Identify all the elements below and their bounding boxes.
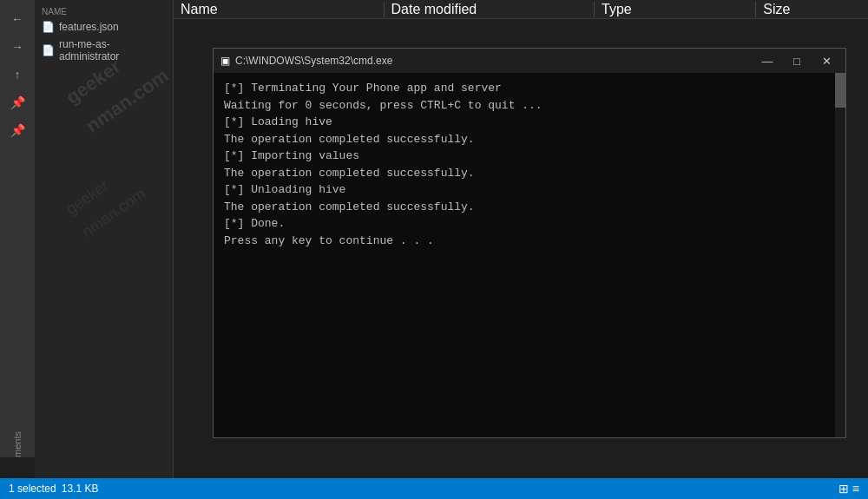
- nav-ments-label: ments: [12, 424, 23, 457]
- col-header-size: Size: [756, 2, 868, 17]
- main-area: ← → ↑ 📌 📌 ments geekernman.com geekernma…: [0, 0, 868, 478]
- filename-features: features.json: [59, 21, 119, 33]
- left-nav: ← → ↑ 📌 📌 ments: [0, 0, 35, 457]
- cmd-line-4: [*] Loading hive: [224, 114, 835, 131]
- cmd-content: [*] Terminating Your Phone app and serve…: [214, 73, 845, 437]
- cmd-line-0: [*] Terminating Your Phone app and serve…: [224, 80, 835, 97]
- cmd-line-2: Waiting for 0 seconds, press CTRL+C to q…: [224, 97, 835, 115]
- inner-layout: geekernman.com geekernman.com Name 📄 fea…: [35, 0, 868, 478]
- status-right: ⊞ ≡: [838, 482, 859, 496]
- status-grid-icon[interactable]: ⊞: [838, 482, 849, 496]
- cmd-line-10: [*] Unloading hive: [224, 181, 835, 199]
- nav-forward-icon[interactable]: →: [5, 35, 30, 59]
- cmd-maximize-button[interactable]: □: [785, 52, 809, 69]
- cmd-titlebar: ▣ C:\WINDOWS\System32\cmd.exe — □ ✕: [214, 49, 845, 73]
- col-header-name: Name: [174, 2, 385, 17]
- left-sidebar: Name 📄 features.json 📄 run-me-as-adminis…: [35, 0, 174, 478]
- status-selected-text: 1 selected: [9, 483, 56, 495]
- col-header-date: Date modified: [385, 2, 595, 17]
- column-headers: Name Date modified Type Size: [174, 0, 868, 19]
- file-icon-features: 📄: [42, 21, 55, 33]
- cmd-line-5: The operation completed successfully.: [224, 131, 835, 148]
- status-list-icon[interactable]: ≡: [852, 482, 859, 496]
- status-size-text: 13.1 KB: [62, 483, 99, 495]
- file-icon-run: 📄: [42, 44, 55, 56]
- nav-back-icon[interactable]: ←: [5, 7, 30, 31]
- nav-up-icon[interactable]: ↑: [5, 62, 30, 87]
- sidebar-item-features[interactable]: 📄 features.json: [35, 18, 173, 36]
- filename-run: run-me-as-administrator: [59, 38, 166, 62]
- cmd-line-13: [*] Done.: [224, 215, 835, 233]
- cmd-window: ▣ C:\WINDOWS\System32\cmd.exe — □ ✕ [*] …: [213, 48, 846, 438]
- cmd-title-text: C:\WINDOWS\System32\cmd.exe: [235, 55, 750, 67]
- status-left: 1 selected 13.1 KB: [9, 483, 98, 495]
- status-bar: 1 selected 13.1 KB ⊞ ≡: [0, 478, 868, 499]
- cmd-close-button[interactable]: ✕: [814, 52, 838, 69]
- cmd-line-7: [*] Importing values: [224, 148, 835, 165]
- sidebar-item-run[interactable]: 📄 run-me-as-administrator: [35, 36, 173, 65]
- nav-pin2-icon[interactable]: 📌: [5, 118, 30, 142]
- cmd-app-icon: ▣: [220, 55, 230, 67]
- nav-pin-icon[interactable]: 📌: [5, 90, 30, 115]
- sidebar-name-header: Name: [35, 0, 173, 18]
- explorer-body: geekernman.com geekernman.com Name 📄 fea…: [35, 0, 868, 478]
- cmd-minimize-button[interactable]: —: [755, 52, 779, 69]
- cmd-scrollbar[interactable]: [835, 73, 845, 437]
- cmd-line-14: Press any key to continue . . .: [224, 233, 835, 250]
- cmd-scrollbar-thumb[interactable]: [835, 73, 845, 108]
- cmd-line-8: The operation completed successfully.: [224, 165, 835, 182]
- col-header-type: Type: [595, 2, 756, 17]
- cmd-line-11: The operation completed successfully.: [224, 199, 835, 216]
